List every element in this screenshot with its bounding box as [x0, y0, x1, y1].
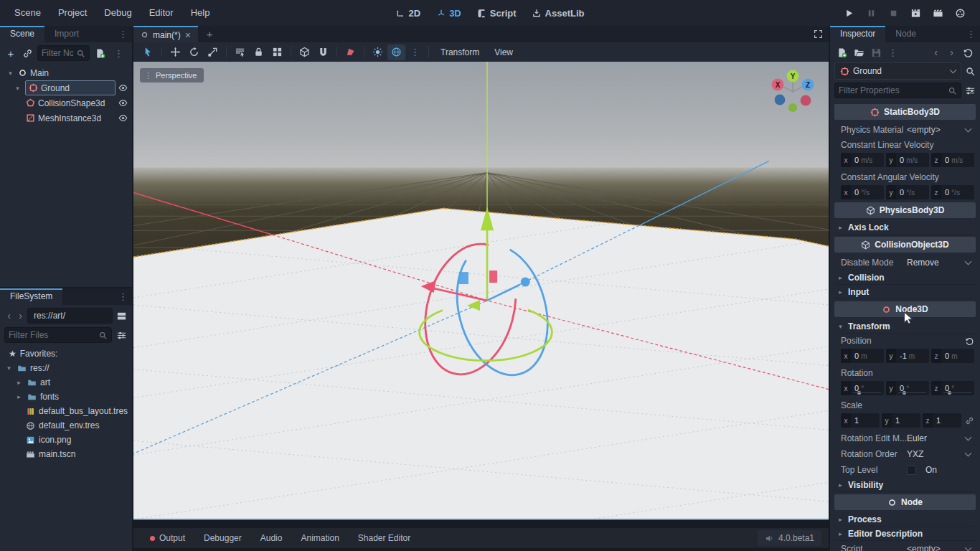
folder-art[interactable]: ▸ art — [0, 375, 132, 390]
scale-tool[interactable] — [204, 44, 222, 60]
slider-dot[interactable] — [948, 391, 951, 395]
collapse-caret[interactable]: ▾ — [4, 364, 14, 372]
nav-back-icon[interactable]: ‹ — [4, 310, 14, 321]
section-input[interactable]: ▸Input — [834, 285, 976, 299]
section-editor-description[interactable]: ▸Editor Description — [834, 527, 976, 541]
menu-debug[interactable]: Debug — [95, 0, 140, 26]
link-scale-icon[interactable] — [965, 416, 974, 425]
tab-node[interactable]: Node — [885, 26, 926, 42]
new-scene-tab-button[interactable]: + — [198, 26, 222, 42]
rotation-z-field[interactable]: z0° — [931, 381, 974, 395]
history-forward-icon[interactable]: › — [947, 47, 956, 58]
section-visibility[interactable]: ▸Visibility — [834, 478, 976, 492]
chevron-down-icon[interactable] — [965, 125, 972, 132]
play-scene-button[interactable] — [906, 4, 925, 22]
rotation-y-field[interactable]: y0° — [886, 381, 929, 395]
revert-icon[interactable] — [965, 336, 974, 346]
panel-output[interactable]: Output — [141, 528, 194, 548]
preview-environment-toggle[interactable] — [387, 44, 405, 60]
ground-plane[interactable] — [133, 208, 829, 519]
panel-animation[interactable]: Animation — [291, 528, 348, 548]
top-level-checkbox[interactable] — [907, 466, 916, 475]
current-path[interactable]: res://art/ — [27, 308, 113, 324]
file-default-env[interactable]: default_env.tres — [0, 418, 132, 433]
file-main-tscn[interactable]: main.tscn — [0, 447, 132, 461]
folder-fonts[interactable]: ▸ fonts — [0, 390, 132, 404]
property-rotation-order[interactable]: Rotation Order YXZ — [834, 446, 976, 462]
file-filter-input[interactable] — [9, 330, 95, 340]
selected-node-box[interactable]: Ground — [25, 80, 116, 95]
section-axis-lock[interactable]: ▸Axis Lock — [834, 220, 976, 235]
scene-dock-menu-icon[interactable]: ⋮ — [114, 29, 132, 39]
transform-menu[interactable]: Transform — [433, 47, 486, 57]
instance-scene-button[interactable] — [21, 46, 34, 60]
nav-forward-icon[interactable]: › — [16, 310, 25, 321]
category-staticbody3d[interactable]: StaticBody3D — [834, 104, 976, 120]
chevron-down-icon[interactable] — [965, 449, 972, 456]
category-collisionobject3d[interactable]: CollisionObject3D — [834, 237, 976, 253]
tab-filesystem[interactable]: FileSystem — [0, 288, 62, 305]
preview-sun-toggle[interactable] — [369, 44, 387, 60]
file-default-bus-layout[interactable]: default_bus_layout.tres — [0, 404, 132, 418]
panel-debugger[interactable]: Debugger — [194, 528, 251, 548]
menu-editor[interactable]: Editor — [141, 0, 182, 26]
orientation-gizmo[interactable]: Y X Z — [767, 66, 819, 115]
play-custom-scene-button[interactable] — [928, 4, 948, 22]
open-docs-button[interactable] — [965, 66, 976, 77]
property-disable-mode[interactable]: Disable Mode Remove — [834, 255, 976, 270]
collapse-caret[interactable]: ▸ — [14, 393, 24, 400]
menu-help[interactable]: Help — [182, 0, 219, 26]
chevron-down-icon[interactable] — [965, 544, 972, 551]
attach-script-button[interactable] — [93, 46, 106, 60]
workspace-assetlib[interactable]: AssetLib — [528, 8, 589, 19]
property-rotation-edit-mode[interactable]: Rotation Edit M... Euler — [834, 430, 976, 446]
scale-y-field[interactable]: y1 — [882, 413, 920, 428]
panel-audio[interactable]: Audio — [251, 528, 292, 548]
select-tool[interactable] — [139, 44, 157, 60]
stop-button[interactable] — [884, 4, 903, 22]
favorites-row[interactable]: ★ Favorites: — [0, 347, 132, 361]
tab-inspector[interactable]: Inspector — [830, 26, 885, 42]
position-y-field[interactable]: y-1m — [886, 349, 929, 363]
scene-filter-input[interactable] — [42, 48, 73, 58]
property-physics-material[interactable]: Physics Material ... <empty> — [834, 122, 976, 138]
group-button[interactable] — [268, 44, 286, 60]
distraction-free-icon[interactable] — [814, 26, 823, 42]
slider-dot[interactable] — [857, 391, 861, 395]
lock-button[interactable] — [250, 44, 268, 60]
tab-import[interactable]: Import — [44, 26, 89, 42]
scale-x-field[interactable]: x1 — [841, 413, 880, 428]
close-tab-icon[interactable]: × — [185, 29, 191, 41]
axis-neg-x-handle[interactable] — [801, 95, 811, 106]
panel-shader-editor[interactable]: Shader Editor — [349, 528, 420, 548]
chevron-down-icon[interactable] — [965, 258, 972, 265]
collapse-caret[interactable]: ▾ — [6, 70, 15, 77]
local-space-toggle[interactable] — [296, 44, 314, 60]
cav-x-field[interactable]: x0°/s — [841, 185, 884, 199]
rotation-x-field[interactable]: x0° — [841, 381, 884, 395]
rotate-tool[interactable] — [185, 44, 203, 60]
load-resource-button[interactable] — [854, 47, 864, 58]
menu-scene[interactable]: Scene — [6, 0, 50, 26]
collapse-caret[interactable]: ▸ — [14, 379, 24, 386]
workspace-3d[interactable]: 3D — [432, 8, 466, 19]
tree-node-collisionshape3d[interactable]: CollisionShape3d — [0, 95, 132, 110]
chevron-down-icon[interactable] — [965, 433, 972, 441]
snap-toggle[interactable] — [314, 44, 332, 60]
position-z-field[interactable]: z0m — [931, 349, 974, 363]
scale-z-field[interactable]: z1 — [923, 413, 961, 428]
visibility-eye-icon[interactable] — [118, 83, 128, 93]
clv-x-field[interactable]: x0m/s — [841, 153, 884, 167]
inspector-dock-menu-icon[interactable]: ⋮ — [962, 29, 980, 39]
filesystem-menu-icon[interactable]: ⋮ — [114, 292, 132, 301]
slider-dot[interactable] — [903, 391, 906, 395]
plane-gizmo-z-square[interactable] — [459, 272, 468, 284]
tab-scene[interactable]: Scene — [0, 26, 44, 42]
tree-node-meshinstance3d[interactable]: MeshInstance3d — [0, 110, 132, 126]
history-back-icon[interactable]: ‹ — [931, 47, 941, 58]
property-top-level[interactable]: Top Level On — [834, 462, 976, 478]
property-script[interactable]: Script <empty> — [834, 541, 976, 551]
play-button[interactable] — [839, 4, 859, 22]
perspective-menu[interactable]: ⋮ Perspective — [140, 68, 204, 83]
workspace-script[interactable]: Script — [473, 8, 521, 19]
